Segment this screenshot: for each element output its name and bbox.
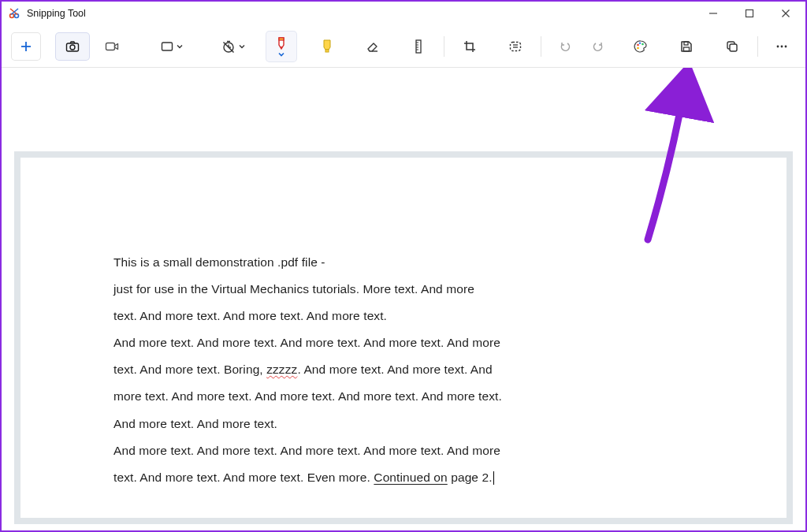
more-button[interactable]: [768, 32, 796, 61]
delay-dropdown[interactable]: [214, 32, 252, 61]
svg-rect-34: [684, 42, 688, 45]
svg-rect-13: [162, 43, 173, 50]
doc-line: text. And more text. And more text. Even…: [113, 464, 731, 491]
chevron-down-icon: [238, 43, 246, 50]
svg-point-32: [642, 43, 644, 45]
captured-document: This is a small demonstration .pdf file …: [20, 158, 787, 518]
app-logo-icon: [8, 7, 20, 20]
app-title: Snipping Tool: [27, 8, 86, 19]
chevron-down-icon: [277, 52, 285, 57]
save-icon: [679, 39, 694, 54]
photo-mode-button[interactable]: [55, 32, 90, 61]
no-delay-icon: [221, 39, 236, 54]
svg-point-11: [70, 45, 75, 50]
doc-line: text. And more text. Boring, zzzzz. And …: [113, 356, 731, 383]
undo-icon: [558, 39, 572, 54]
redo-button[interactable]: [584, 32, 612, 61]
hyperlink-text: Continued on: [374, 471, 447, 484]
copy-icon: [725, 39, 739, 54]
canvas-area[interactable]: This is a small demonstration .pdf file …: [2, 68, 805, 530]
svg-rect-20: [325, 50, 329, 52]
eraser-icon: [365, 39, 381, 54]
doc-line: This is a small demonstration .pdf file …: [113, 249, 731, 276]
crop-tool-button[interactable]: [454, 32, 485, 61]
close-button[interactable]: [768, 2, 804, 25]
highlighter-icon: [320, 38, 334, 55]
edit-in-paint-button[interactable]: [625, 32, 656, 61]
capture-frame: This is a small demonstration .pdf file …: [14, 151, 793, 524]
mode-group: [55, 32, 129, 61]
ruler-tool-button[interactable]: [403, 32, 434, 61]
text-actions-icon: [508, 39, 523, 54]
svg-rect-5: [746, 10, 753, 17]
svg-point-30: [637, 43, 639, 46]
pen-icon: [275, 36, 288, 54]
title-bar: Snipping Tool: [2, 2, 805, 25]
minimize-button[interactable]: [695, 2, 731, 25]
ruler-icon: [413, 39, 424, 54]
doc-line: just for use in the Virtual Mechanics tu…: [113, 276, 731, 303]
more-icon: [775, 39, 789, 54]
svg-point-39: [781, 45, 783, 47]
copy-button[interactable]: [716, 32, 748, 61]
svg-rect-27: [510, 42, 520, 50]
maximize-button[interactable]: [731, 2, 768, 25]
svg-rect-12: [106, 43, 115, 50]
rectangle-icon: [160, 39, 174, 54]
redo-icon: [591, 39, 605, 54]
chevron-down-icon: [176, 43, 184, 50]
window-controls: [695, 2, 804, 25]
svg-point-31: [639, 42, 642, 44]
video-mode-button[interactable]: [95, 32, 129, 61]
pen-tool-button[interactable]: [266, 31, 297, 62]
doc-line: more text. And more text. And more text.…: [113, 383, 731, 410]
crop-icon: [463, 39, 477, 54]
text-cursor: [493, 471, 494, 485]
eraser-tool-button[interactable]: [357, 32, 389, 61]
text-actions-button[interactable]: [500, 32, 531, 61]
doc-line: And more text. And more text. And more t…: [113, 329, 731, 356]
camera-icon: [65, 39, 80, 54]
spell-error: zzzzz: [266, 363, 297, 376]
svg-point-38: [777, 45, 779, 47]
palette-icon: [633, 39, 649, 54]
video-icon: [104, 39, 120, 54]
snip-shape-dropdown[interactable]: [153, 32, 191, 61]
toolbar: [2, 25, 805, 68]
doc-line: And more text. And more text. And more t…: [113, 437, 731, 464]
svg-rect-22: [416, 40, 421, 53]
svg-rect-37: [730, 44, 737, 51]
svg-rect-19: [279, 38, 284, 40]
svg-point-33: [637, 47, 639, 49]
save-button[interactable]: [671, 32, 702, 61]
highlighter-tool-button[interactable]: [311, 32, 343, 61]
doc-line: text. And more text. And more text. And …: [113, 303, 731, 329]
svg-point-40: [785, 45, 787, 47]
new-snip-button[interactable]: [11, 32, 41, 61]
undo-button[interactable]: [551, 32, 579, 61]
doc-line: And more text. And more text.: [113, 411, 731, 437]
plus-icon: [20, 40, 32, 53]
